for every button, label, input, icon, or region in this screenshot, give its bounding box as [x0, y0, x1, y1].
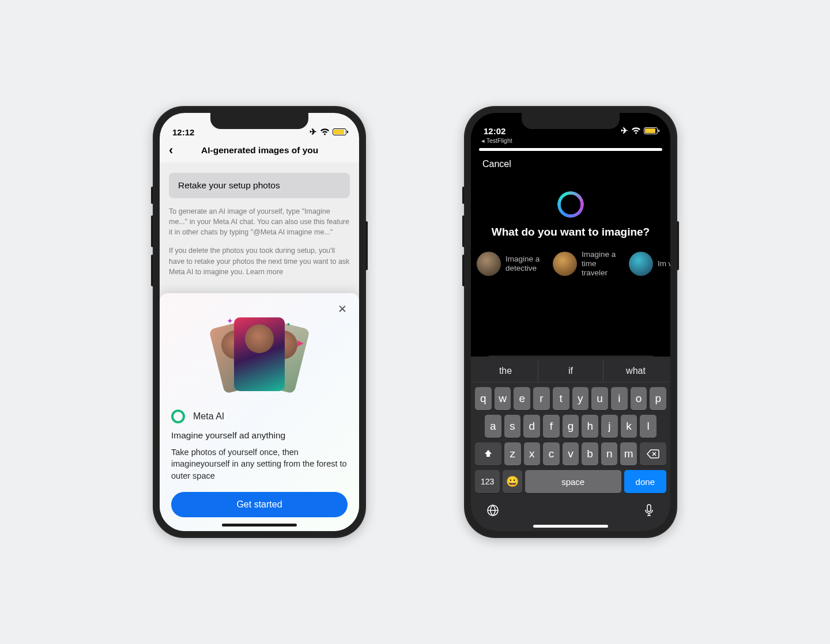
letter-key[interactable]: b	[582, 442, 598, 465]
brand-label: Meta AI	[193, 411, 224, 422]
letter-key[interactable]: x	[524, 442, 541, 465]
letter-key[interactable]: d	[523, 415, 540, 438]
letter-key[interactable]: s	[504, 415, 521, 438]
keyboard: the if what qwertyuiop asdfghjkl zxcvbnm	[471, 357, 670, 531]
numbers-key[interactable]: 123	[475, 470, 500, 493]
letter-key[interactable]: m	[620, 442, 637, 465]
status-time: 12:02	[484, 126, 505, 136]
letter-key[interactable]: r	[533, 387, 550, 410]
sheet-description: Take photos of yourself once, then imagi…	[171, 446, 348, 482]
battery-icon	[333, 128, 346, 135]
airplane-icon: ✈	[621, 126, 628, 136]
suggestion-key[interactable]: the	[473, 360, 538, 382]
globe-key[interactable]	[486, 503, 500, 521]
letter-key[interactable]: t	[553, 387, 569, 410]
close-button[interactable]: ✕	[335, 301, 350, 316]
status-icons: ✈	[310, 127, 346, 137]
page-title: AI-generated images of you	[181, 145, 338, 156]
letter-key[interactable]: a	[485, 415, 501, 438]
phone-mockup-dark: 12:02 ✈ ◂ TestFlight Cancel What do you …	[464, 106, 677, 538]
status-time: 12:12	[172, 127, 194, 137]
keyboard-suggestions: the if what	[473, 360, 668, 382]
status-icons: ✈	[621, 126, 658, 136]
prompt-suggestions: Imagine a detective Imagine a time trave…	[471, 250, 670, 278]
letter-key[interactable]: k	[621, 415, 637, 438]
letter-key[interactable]: z	[504, 442, 521, 465]
shift-key[interactable]	[475, 442, 501, 465]
letter-key[interactable]: v	[563, 442, 579, 465]
cancel-button[interactable]: Cancel	[482, 159, 511, 169]
meta-ai-icon	[171, 410, 185, 423]
letter-key[interactable]: q	[475, 387, 492, 410]
help-text-1: To generate an AI image of yourself, typ…	[169, 206, 350, 237]
onboarding-sheet: ✕ ✦ ▶ • Meta AI Imagine yourself ad anyt…	[160, 293, 359, 531]
letter-key[interactable]: i	[611, 387, 628, 410]
sheet-illustration: ✦ ▶ •	[171, 315, 348, 396]
nav-header: ‹ AI-generated images of you	[160, 138, 359, 162]
prompt-thumb-icon	[629, 252, 653, 276]
prompt-item[interactable]: Imagine a detective	[477, 250, 548, 278]
wifi-icon	[631, 127, 641, 135]
prompt-thumb-icon	[553, 252, 577, 276]
battery-icon	[644, 127, 658, 134]
space-key[interactable]: space	[525, 470, 621, 493]
imagine-heading: What do you want to imagine?	[471, 226, 670, 238]
emoji-key[interactable]: 😀	[503, 470, 522, 493]
letter-key[interactable]: u	[591, 387, 608, 410]
sheet-headline: Imagine yourself ad anything	[171, 430, 348, 441]
mic-key[interactable]	[643, 503, 655, 521]
home-indicator[interactable]	[533, 525, 608, 528]
wifi-icon	[320, 128, 330, 136]
ai-orb-icon	[557, 191, 584, 218]
letter-key[interactable]: n	[601, 442, 618, 465]
breadcrumb-back[interactable]: ◂ TestFlight	[471, 136, 670, 146]
letter-key[interactable]: l	[640, 415, 657, 438]
phone-mockup-light: 12:12 ✈ ‹ AI-generated images of you Ret…	[153, 106, 366, 538]
prompt-item[interactable]: Imagine a time traveler	[553, 250, 624, 278]
retake-button[interactable]: Retake your setup photos	[169, 173, 350, 198]
letter-key[interactable]: o	[631, 387, 647, 410]
home-indicator[interactable]	[222, 524, 297, 526]
prompt-thumb-icon	[477, 252, 501, 276]
suggestion-key[interactable]: if	[538, 360, 603, 382]
prompt-item[interactable]: Im wa	[629, 250, 670, 278]
help-text-2: If you delete the photos you took during…	[169, 245, 350, 276]
get-started-button[interactable]: Get started	[171, 492, 348, 517]
suggestion-key[interactable]: what	[603, 360, 668, 382]
letter-key[interactable]: y	[572, 387, 589, 410]
letter-key[interactable]: c	[543, 442, 560, 465]
letter-key[interactable]: j	[601, 415, 618, 438]
letter-key[interactable]: g	[563, 415, 579, 438]
done-key[interactable]: done	[624, 470, 666, 493]
backspace-key[interactable]	[640, 442, 666, 465]
letter-key[interactable]: p	[650, 387, 666, 410]
letter-key[interactable]: w	[495, 387, 511, 410]
airplane-icon: ✈	[310, 127, 317, 137]
svg-rect-1	[647, 505, 651, 512]
letter-key[interactable]: f	[543, 415, 560, 438]
back-button[interactable]: ‹	[169, 143, 173, 158]
letter-key[interactable]: h	[582, 415, 598, 438]
letter-key[interactable]: e	[514, 387, 530, 410]
